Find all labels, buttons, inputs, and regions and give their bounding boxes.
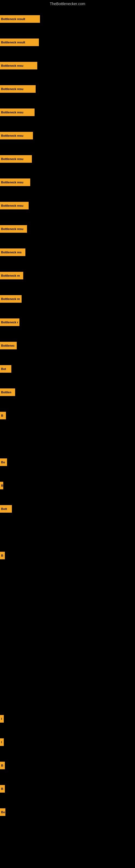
bottleneck-bar: B [0, 762, 5, 769]
bottleneck-bar: Bottleneck resu [0, 132, 33, 140]
bottleneck-label: Bottleneck r [1, 321, 18, 324]
bottleneck-label: B [1, 764, 3, 767]
bottleneck-bar: Bottlen [0, 389, 15, 396]
bottleneck-bar: Bo [0, 458, 7, 466]
bottleneck-bar: Bottleneck resu [0, 62, 37, 69]
bottleneck-bar: Bot [0, 365, 11, 373]
bottleneck-label: Bot [1, 367, 6, 371]
bottleneck-label: Bo [1, 810, 5, 814]
bottleneck-label: Bottleneck resu [1, 87, 24, 91]
bottleneck-label: Bottlenec [1, 344, 14, 347]
bottleneck-bar: Bo [0, 808, 5, 816]
bottleneck-label: Bottleneck resu [1, 157, 24, 161]
bottleneck-bar: Bottlenec [0, 342, 17, 349]
bottleneck-label: Bottleneck resu [1, 181, 24, 184]
bottleneck-label: Bottlen [1, 391, 11, 394]
bottleneck-label: B [1, 414, 3, 417]
bottleneck-label: B [1, 554, 3, 557]
bottleneck-bar: I [0, 738, 4, 746]
bottleneck-label: Bottleneck resu [1, 227, 24, 230]
bottleneck-label: Bottleneck res [1, 251, 21, 254]
bottleneck-bar: Bottleneck re [0, 295, 21, 303]
bottleneck-bar: Bottleneck result [0, 38, 39, 46]
bottleneck-label: I [1, 741, 2, 744]
bottleneck-label: B [1, 484, 3, 487]
bottleneck-bar: Bottleneck resu [0, 85, 36, 93]
bottleneck-label: Bottleneck resu [1, 64, 24, 67]
bottleneck-label: Bottleneck result [1, 18, 25, 21]
bottleneck-label: Bottleneck resu [1, 204, 24, 207]
bottleneck-label: Bottleneck result [1, 41, 25, 44]
bottleneck-bar: B [0, 552, 5, 559]
bottleneck-bar: Bottleneck resu [0, 179, 30, 186]
bottleneck-bar: Bottleneck resu [0, 202, 29, 209]
bottleneck-bar: Bottleneck res [0, 248, 26, 256]
bottleneck-bar: Bottleneck r [0, 318, 19, 326]
bottleneck-bar: Bottleneck re [0, 272, 23, 279]
bottleneck-bar: B [0, 785, 5, 793]
bottleneck-label: Bottleneck resu [1, 111, 24, 114]
site-title: TheBottlenecker.com [0, 0, 135, 8]
bottleneck-bar: B [0, 412, 6, 420]
bottleneck-label: Bott [1, 507, 7, 510]
bottleneck-bar: B [0, 482, 3, 489]
bottleneck-label: Bottleneck re [1, 297, 20, 301]
bottleneck-label: Bo [1, 461, 5, 464]
bottleneck-bar: Bottleneck resu [0, 108, 35, 116]
bottleneck-bar: Bottleneck resu [0, 225, 27, 233]
bottleneck-bar: I [0, 715, 4, 723]
bottleneck-bar: Bottleneck result [0, 15, 40, 23]
bottleneck-bar: Bottleneck resu [0, 155, 32, 163]
bottleneck-bar: Bott [0, 505, 12, 513]
bottleneck-label: Bottleneck resu [1, 134, 24, 137]
bottleneck-label: Bottleneck re [1, 274, 20, 277]
bottleneck-label: B [1, 787, 3, 790]
bottleneck-label: I [1, 717, 2, 720]
